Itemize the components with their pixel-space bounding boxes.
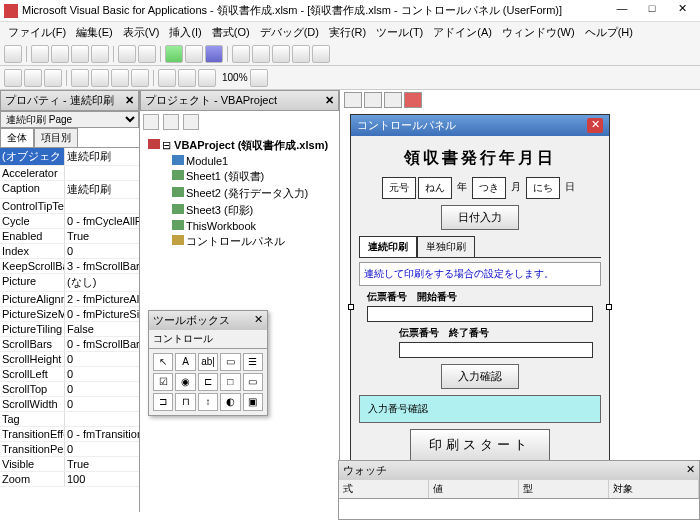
toolbox-tab[interactable]: コントロール [149, 330, 267, 349]
tb-same-size-icon[interactable] [198, 69, 216, 87]
prop-row[interactable]: ScrollBars0 - fmScrollBarsNone [0, 337, 139, 352]
tb-props-icon[interactable] [272, 45, 290, 63]
menu-file[interactable]: ファイル(F) [4, 23, 70, 42]
tb-design-icon[interactable] [232, 45, 250, 63]
maximize-button[interactable]: □ [638, 2, 666, 20]
tb-browser-icon[interactable] [292, 45, 310, 63]
props-close-icon[interactable]: ✕ [125, 94, 134, 107]
frame-tool-icon[interactable]: □ [220, 373, 240, 391]
era-box[interactable]: 元号 [382, 177, 416, 199]
folder-toggle-icon[interactable] [183, 114, 199, 130]
multipage-tool-icon[interactable]: ⊓ [175, 393, 195, 411]
prop-row[interactable]: Cycle0 - fmCycleAllForms [0, 214, 139, 229]
watch-close-icon[interactable]: ✕ [686, 463, 695, 478]
form-tool-icon[interactable] [344, 92, 362, 108]
prop-row[interactable]: ControlTipText [0, 199, 139, 214]
tree-sheet2[interactable]: Sheet2 (発行データ入力) [186, 187, 308, 199]
toggle-tool-icon[interactable]: ⊏ [198, 373, 218, 391]
form-tool-icon[interactable] [364, 92, 382, 108]
props-tab-all[interactable]: 全体 [0, 128, 34, 147]
prop-row[interactable]: Picture(なし) [0, 274, 139, 292]
view-code-icon[interactable] [143, 114, 159, 130]
pointer-tool-icon[interactable]: ↖ [153, 353, 173, 371]
menu-run[interactable]: 実行(R) [325, 23, 370, 42]
project-close-icon[interactable]: ✕ [325, 94, 334, 107]
tb-view-icon[interactable] [4, 45, 22, 63]
tb-same-width-icon[interactable] [158, 69, 176, 87]
tb-zoom-dropdown-icon[interactable] [250, 69, 268, 87]
tb-run-icon[interactable] [165, 45, 183, 63]
userform-close-icon[interactable]: ✕ [587, 118, 603, 133]
prop-row[interactable]: PictureTilingFalse [0, 322, 139, 337]
tab-continuous[interactable]: 連続印刷 [359, 236, 417, 257]
form-heading[interactable]: 領収書発行年月日 [359, 144, 601, 173]
prop-row[interactable]: KeepScrollBarsVisible3 - fmScrollBarsBot… [0, 259, 139, 274]
minimize-button[interactable]: — [608, 2, 636, 20]
menu-window[interactable]: ウィンドウ(W) [498, 23, 579, 42]
checkbox-tool-icon[interactable]: ☑ [153, 373, 173, 391]
menu-format[interactable]: 書式(O) [208, 23, 254, 42]
tb-group-icon[interactable] [44, 69, 62, 87]
menu-insert[interactable]: 挿入(I) [165, 23, 205, 42]
tree-sheet1[interactable]: Sheet1 (領収書) [186, 170, 264, 182]
watch-col-expr[interactable]: 式 [339, 480, 429, 498]
resize-handle[interactable] [606, 304, 612, 310]
prop-row[interactable]: ScrollTop0 [0, 382, 139, 397]
year-box[interactable]: ねん [418, 177, 452, 199]
month-box[interactable]: つき [472, 177, 506, 199]
menu-addins[interactable]: アドイン(A) [429, 23, 496, 42]
confirm-button[interactable]: 入力確認 [441, 364, 519, 389]
spin-tool-icon[interactable]: ◐ [220, 393, 240, 411]
tb-back-icon[interactable] [24, 69, 42, 87]
form-close-icon[interactable] [404, 92, 422, 108]
tree-module1[interactable]: Module1 [186, 155, 228, 167]
prop-row[interactable]: EnabledTrue [0, 229, 139, 244]
props-object-select[interactable]: 連続印刷 Page [0, 111, 139, 128]
scrollbar-tool-icon[interactable]: ↕ [198, 393, 218, 411]
confirm-display[interactable]: 入力番号確認 [359, 395, 601, 423]
prop-row[interactable]: PictureAlignment2 - fmPictureAlignmentCe… [0, 292, 139, 307]
tb-cut-icon[interactable] [51, 45, 69, 63]
tb-reset-icon[interactable] [205, 45, 223, 63]
tb-align-left-icon[interactable] [71, 69, 89, 87]
menu-debug[interactable]: デバッグ(D) [256, 23, 323, 42]
watch-window[interactable]: ウォッチ✕ 式 値 型 対象 [338, 460, 700, 520]
watch-col-context[interactable]: 対象 [609, 480, 699, 498]
tb-explorer-icon[interactable] [252, 45, 270, 63]
prop-row[interactable]: ScrollHeight0 [0, 352, 139, 367]
watch-col-value[interactable]: 値 [429, 480, 519, 498]
combobox-tool-icon[interactable]: ▭ [220, 353, 240, 371]
form-tool-icon[interactable] [384, 92, 402, 108]
prop-row[interactable]: TransitionPeriod0 [0, 442, 139, 457]
tb-break-icon[interactable] [185, 45, 203, 63]
view-object-icon[interactable] [163, 114, 179, 130]
option-tool-icon[interactable]: ◉ [175, 373, 195, 391]
props-grid[interactable]: (オブジェクト名)連続印刷AcceleratorCaption連続印刷Contr… [0, 148, 139, 512]
slip-start-input[interactable] [367, 306, 593, 322]
prop-row[interactable]: ScrollLeft0 [0, 367, 139, 382]
tab-single[interactable]: 単独印刷 [417, 236, 475, 257]
prop-row[interactable]: Caption連続印刷 [0, 181, 139, 199]
userform-designer[interactable]: コントロールパネル ✕ 領収書発行年月日 元号 ねん 年 つき 月 にち 日 日… [350, 114, 610, 494]
toolbox-window[interactable]: ツールボックス✕ コントロール ↖ A ab| ▭ ☰ ☑ ◉ ⊏ □ ▭ ⊐ … [148, 310, 268, 416]
prop-row[interactable]: Accelerator [0, 166, 139, 181]
slip-end-input[interactable] [399, 342, 593, 358]
watch-col-type[interactable]: 型 [519, 480, 609, 498]
tb-toolbox-icon[interactable] [312, 45, 330, 63]
tb-copy-icon[interactable] [71, 45, 89, 63]
tb-redo-icon[interactable] [138, 45, 156, 63]
menu-help[interactable]: ヘルプ(H) [581, 23, 637, 42]
tree-root[interactable]: VBAProject (領収書作成.xlsm) [174, 139, 328, 151]
tabstrip-tool-icon[interactable]: ⊐ [153, 393, 173, 411]
label-tool-icon[interactable]: A [175, 353, 195, 371]
tb-save-icon[interactable] [31, 45, 49, 63]
date-input-button[interactable]: 日付入力 [441, 205, 519, 230]
menu-view[interactable]: 表示(V) [119, 23, 164, 42]
tb-same-height-icon[interactable] [178, 69, 196, 87]
listbox-tool-icon[interactable]: ☰ [243, 353, 263, 371]
menu-tools[interactable]: ツール(T) [372, 23, 427, 42]
tree-userform[interactable]: コントロールパネル [186, 235, 285, 247]
textbox-tool-icon[interactable]: ab| [198, 353, 218, 371]
prop-row[interactable]: PictureSizeMode0 - fmPictureSizeModeClip [0, 307, 139, 322]
prop-row[interactable]: Index0 [0, 244, 139, 259]
